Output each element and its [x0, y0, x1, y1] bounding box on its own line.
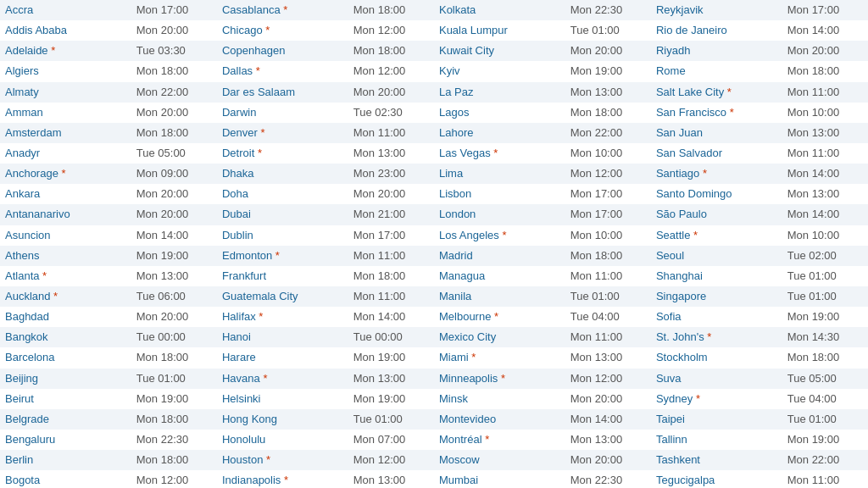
- city-name[interactable]: Shanghai: [651, 266, 782, 286]
- city-name[interactable]: Managua: [434, 266, 565, 286]
- city-name[interactable]: St. John's *: [651, 327, 782, 347]
- city-name[interactable]: Seattle *: [651, 225, 782, 246]
- city-name[interactable]: Antananarivo: [0, 204, 131, 225]
- city-time: Mon 18:00: [348, 266, 434, 286]
- city-name[interactable]: Moscow: [434, 450, 565, 470]
- city-name[interactable]: Santiago *: [651, 164, 782, 184]
- city-name[interactable]: San Salvador: [651, 143, 782, 164]
- city-name[interactable]: Dallas *: [217, 61, 348, 81]
- city-name[interactable]: Barcelona: [0, 347, 131, 368]
- city-name[interactable]: Rio de Janeiro: [651, 20, 782, 41]
- city-name[interactable]: Halifax *: [217, 307, 348, 327]
- city-name[interactable]: Kuwait City: [434, 41, 565, 61]
- city-name[interactable]: Honolulu: [217, 430, 348, 450]
- city-name[interactable]: Las Vegas *: [434, 143, 565, 164]
- city-name[interactable]: Amman: [0, 103, 131, 123]
- city-name[interactable]: Tashkent: [651, 450, 782, 470]
- city-name[interactable]: Amsterdam: [0, 123, 131, 143]
- city-name[interactable]: Dar es Salaam: [217, 82, 348, 103]
- city-name[interactable]: Sydney *: [651, 389, 782, 409]
- city-name[interactable]: Detroit *: [217, 143, 348, 164]
- city-name[interactable]: Suva: [651, 369, 782, 389]
- city-name[interactable]: Tegucigalpa: [651, 470, 782, 488]
- city-name[interactable]: Manila: [434, 286, 565, 307]
- city-time: Mon 14:00: [782, 204, 868, 225]
- city-name[interactable]: Berlin: [0, 450, 131, 470]
- city-name[interactable]: Bangkok: [0, 327, 131, 347]
- city-name[interactable]: Montréal *: [434, 430, 565, 450]
- city-name[interactable]: Sofia: [651, 307, 782, 327]
- city-name[interactable]: Salt Lake City *: [651, 82, 782, 103]
- city-name[interactable]: Beirut: [0, 389, 131, 409]
- city-name[interactable]: Hong Kong: [217, 409, 348, 430]
- city-name[interactable]: Kuala Lumpur: [434, 20, 565, 41]
- city-name[interactable]: Rome: [651, 61, 782, 81]
- city-name[interactable]: Mexico City: [434, 327, 565, 347]
- city-name[interactable]: Stockholm: [651, 347, 782, 368]
- city-name[interactable]: Tallinn: [651, 430, 782, 450]
- city-name[interactable]: Lahore: [434, 123, 565, 143]
- city-name[interactable]: Miami *: [434, 347, 565, 368]
- city-name[interactable]: San Juan: [651, 123, 782, 143]
- city-name[interactable]: Taipei: [651, 409, 782, 430]
- city-name[interactable]: Anadyr: [0, 143, 131, 164]
- city-name[interactable]: Lagos: [434, 103, 565, 123]
- city-name[interactable]: Chicago *: [217, 20, 348, 41]
- city-name[interactable]: Minneapolis *: [434, 369, 565, 389]
- city-name[interactable]: Atlanta *: [0, 266, 131, 286]
- city-name[interactable]: Montevideo: [434, 409, 565, 430]
- city-name[interactable]: Minsk: [434, 389, 565, 409]
- city-name[interactable]: Singapore: [651, 286, 782, 307]
- city-name[interactable]: Dhaka: [217, 164, 348, 184]
- city-name[interactable]: Edmonton *: [217, 246, 348, 266]
- city-name[interactable]: San Francisco *: [651, 103, 782, 123]
- city-name[interactable]: Bogota: [0, 470, 131, 488]
- city-name[interactable]: Santo Domingo: [651, 184, 782, 204]
- city-name[interactable]: Lima: [434, 164, 565, 184]
- city-name[interactable]: Lisbon: [434, 184, 565, 204]
- city-name[interactable]: Darwin: [217, 103, 348, 123]
- city-name[interactable]: Mumbai: [434, 470, 565, 488]
- city-name[interactable]: Algiers: [0, 61, 131, 81]
- city-name[interactable]: London: [434, 204, 565, 225]
- city-name[interactable]: São Paulo: [651, 204, 782, 225]
- city-name[interactable]: Los Angeles *: [434, 225, 565, 246]
- city-name[interactable]: Dublin: [217, 225, 348, 246]
- city-name[interactable]: Guatemala City: [217, 286, 348, 307]
- city-name[interactable]: Doha: [217, 184, 348, 204]
- city-name[interactable]: Copenhagen: [217, 41, 348, 61]
- city-name[interactable]: Almaty: [0, 82, 131, 103]
- city-name[interactable]: La Paz: [434, 82, 565, 103]
- city-name[interactable]: Reykjavik: [651, 0, 782, 20]
- city-name[interactable]: Adelaide *: [0, 41, 131, 61]
- city-name[interactable]: Bengaluru: [0, 430, 131, 450]
- city-name[interactable]: Casablanca *: [217, 0, 348, 20]
- city-time: Mon 18:00: [131, 450, 217, 470]
- city-name[interactable]: Houston *: [217, 450, 348, 470]
- city-name[interactable]: Beijing: [0, 369, 131, 389]
- city-name[interactable]: Melbourne *: [434, 307, 565, 327]
- city-name[interactable]: Helsinki: [217, 389, 348, 409]
- city-name[interactable]: Indianapolis *: [217, 470, 348, 488]
- city-name[interactable]: Belgrade: [0, 409, 131, 430]
- city-name[interactable]: Baghdad: [0, 307, 131, 327]
- city-name[interactable]: Ankara: [0, 184, 131, 204]
- city-name[interactable]: Madrid: [434, 246, 565, 266]
- city-name[interactable]: Auckland *: [0, 286, 131, 307]
- city-name[interactable]: Kyiv: [434, 61, 565, 81]
- city-name[interactable]: Dubai: [217, 204, 348, 225]
- city-name[interactable]: Harare: [217, 347, 348, 368]
- city-name[interactable]: Anchorage *: [0, 164, 131, 184]
- city-name[interactable]: Frankfurt: [217, 266, 348, 286]
- city-name[interactable]: Hanoi: [217, 327, 348, 347]
- city-name[interactable]: Athens: [0, 246, 131, 266]
- city-time: Mon 19:00: [565, 61, 651, 81]
- city-name[interactable]: Asuncion: [0, 225, 131, 246]
- city-name[interactable]: Seoul: [651, 246, 782, 266]
- city-name[interactable]: Denver *: [217, 123, 348, 143]
- city-name[interactable]: Riyadh: [651, 41, 782, 61]
- city-name[interactable]: Kolkata: [434, 0, 565, 20]
- city-name[interactable]: Havana *: [217, 369, 348, 389]
- city-name[interactable]: Addis Ababa: [0, 20, 131, 41]
- city-name[interactable]: Accra: [0, 0, 131, 20]
